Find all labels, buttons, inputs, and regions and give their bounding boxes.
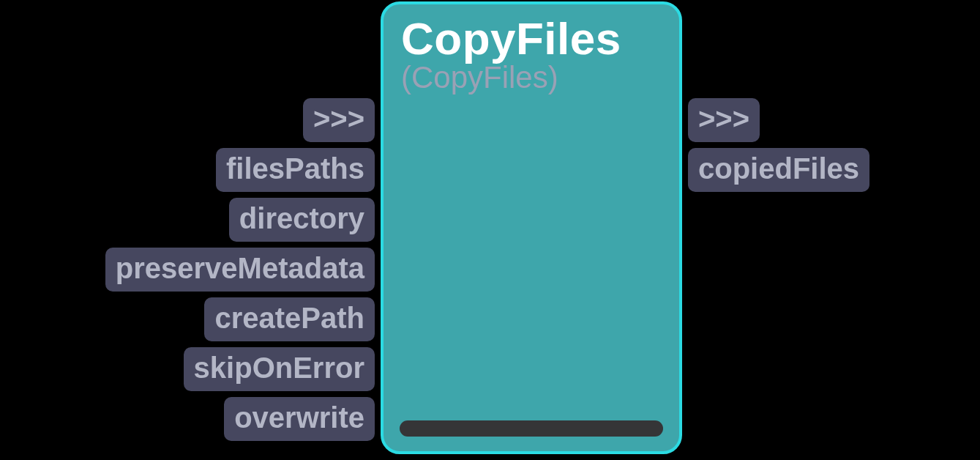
diagram-canvas: CopyFiles (CopyFiles) >>> filesPaths dir… (0, 0, 980, 460)
node-bottom-bar (400, 420, 663, 437)
input-port-filespaths[interactable]: filesPaths (216, 148, 375, 192)
input-port-directory[interactable]: directory (229, 198, 375, 242)
input-port-exec[interactable]: >>> (303, 98, 375, 142)
input-port-overwrite[interactable]: overwrite (224, 397, 375, 441)
input-port-preservemetadata[interactable]: preserveMetadata (105, 248, 375, 292)
input-ports: >>> filesPaths directory preserveMetadat… (0, 98, 375, 441)
input-port-createpath[interactable]: createPath (204, 297, 375, 341)
output-port-copiedfiles[interactable]: copiedFiles (688, 148, 869, 192)
node-subtitle: (CopyFiles) (401, 61, 662, 94)
input-port-skiponerror[interactable]: skipOnError (184, 347, 375, 391)
output-port-exec[interactable]: >>> (688, 98, 760, 142)
node-title: CopyFiles (401, 15, 662, 62)
output-ports: >>> copiedFiles (688, 98, 869, 192)
node-copyfiles[interactable]: CopyFiles (CopyFiles) (381, 1, 682, 454)
